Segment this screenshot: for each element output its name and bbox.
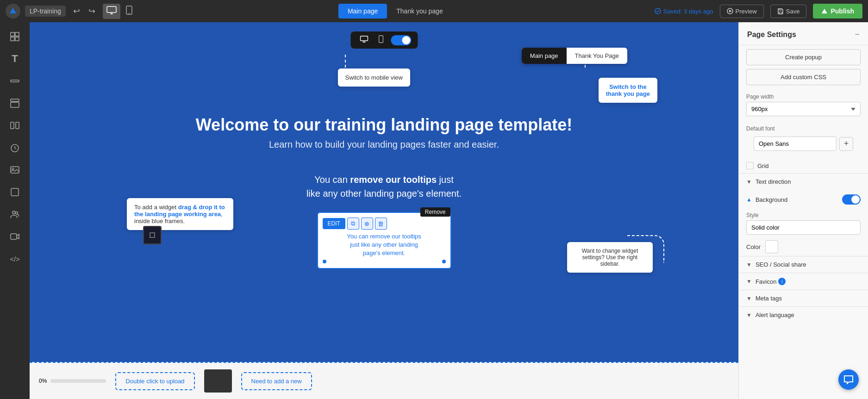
sidebar-item-video[interactable] <box>5 227 25 246</box>
sidebar-item-image[interactable] <box>5 160 25 180</box>
alert-language-section[interactable]: ▼ Alert language <box>739 306 868 323</box>
widget-copy-button[interactable]: ⧉ <box>347 218 359 230</box>
color-label: Color <box>746 243 761 250</box>
svg-rect-15 <box>15 37 19 41</box>
svg-marker-11 <box>822 9 827 13</box>
svg-rect-34 <box>150 233 155 237</box>
meta-tags-title: Meta tags <box>756 295 782 302</box>
mobile-arrow-line <box>345 55 346 68</box>
sidebar-item-box[interactable] <box>5 182 25 202</box>
grid-label: Grid <box>757 162 769 169</box>
favicon-section[interactable]: ▼ Favicon i <box>739 273 868 290</box>
background-section-header[interactable]: ▲ Background <box>739 190 868 209</box>
add-new-box[interactable]: Need to add a new <box>241 372 312 390</box>
progress-bar <box>50 379 106 383</box>
sidebar-item-text[interactable]: T <box>5 49 25 69</box>
handle-left[interactable] <box>323 260 326 263</box>
color-swatch[interactable] <box>765 240 778 253</box>
svg-rect-16 <box>11 80 19 82</box>
svg-rect-10 <box>779 9 781 10</box>
text-direction-section[interactable]: ▼ Text direction <box>739 173 868 190</box>
add-custom-css-button[interactable]: Add custom CSS <box>746 69 861 85</box>
canvas-heading-area: Welcome to our training landing page tem… <box>30 115 738 150</box>
svg-rect-26 <box>11 188 19 196</box>
tab-thank-you-page[interactable]: Thank you page <box>387 4 452 19</box>
create-popup-button[interactable]: Create popup <box>746 49 861 65</box>
favicon-chevron-icon: ▼ <box>746 278 752 285</box>
text-direction-title: Text direction <box>756 178 791 185</box>
mobile-view-tooltip: Switch to mobile view <box>338 69 410 87</box>
desktop-view-button[interactable] <box>103 4 120 19</box>
main-layout: T </> <box>0 22 868 399</box>
meta-tags-section[interactable]: ▼ Meta tags <box>739 290 868 306</box>
widget-content-text: You can remove our tooltipsjust like any… <box>323 232 446 258</box>
sidebar-item-layout[interactable] <box>5 94 25 113</box>
progress-section: 0% <box>39 378 106 384</box>
small-widget-placeholder[interactable] <box>143 226 162 244</box>
svg-rect-30 <box>360 36 368 41</box>
right-panel-close-button[interactable]: − <box>855 30 860 39</box>
tab-main-page[interactable]: Main page <box>338 4 387 19</box>
sidebar-item-code[interactable]: </> <box>5 249 25 268</box>
undo-button[interactable]: ↩ <box>70 4 83 18</box>
widget-handles <box>323 260 446 263</box>
handle-right[interactable] <box>442 260 446 263</box>
preview-button[interactable]: Preview <box>720 5 764 18</box>
widget-toolbar: EDIT ⧉ ⊕ 🗑 <box>323 218 446 230</box>
page-width-select[interactable]: 960px 1200px 1440px Full width <box>746 102 861 116</box>
favicon-info-icon[interactable]: i <box>778 278 786 285</box>
seo-section[interactable]: ▼ SEO / Social share <box>739 256 868 273</box>
save-button[interactable]: Save <box>770 5 807 18</box>
svg-rect-33 <box>379 36 383 43</box>
svg-line-23 <box>15 148 16 149</box>
sidebar-item-grid[interactable] <box>5 27 25 46</box>
background-toggle-container <box>842 194 861 205</box>
ps-thankyou-tab[interactable]: Thank You Page <box>567 48 627 64</box>
curved-arrow <box>627 235 664 263</box>
right-panel-header: Page Settings − <box>739 22 868 45</box>
svg-rect-24 <box>11 167 19 173</box>
background-toggle[interactable] <box>842 194 861 205</box>
svg-rect-29 <box>11 234 17 239</box>
left-sidebar: T </> <box>0 22 30 399</box>
canvas-mobile-icon[interactable] <box>375 34 386 46</box>
undo-redo-group: ↩ ↪ <box>70 4 98 18</box>
publish-button[interactable]: Publish <box>813 4 862 19</box>
grid-checkbox[interactable] <box>746 162 754 169</box>
alert-language-title: Alert language <box>756 312 794 318</box>
style-select[interactable]: Solid color Gradient Image <box>746 220 861 235</box>
add-font-button[interactable]: + <box>839 137 853 151</box>
widget-move-button[interactable]: ⊕ <box>361 218 373 230</box>
upload-box[interactable]: Double click to upload <box>115 372 194 390</box>
progress-value: 0% <box>39 378 47 384</box>
font-row: Open Sans Roboto Lato + <box>746 134 861 154</box>
svg-rect-20 <box>16 122 19 129</box>
redo-button[interactable]: ↪ <box>86 4 98 18</box>
saved-text: Saved: 3 days ago <box>663 8 713 15</box>
sidebar-item-columns[interactable] <box>5 116 25 135</box>
svg-rect-18 <box>11 102 19 107</box>
default-font-label: Default font <box>746 125 861 132</box>
svg-point-27 <box>12 211 15 214</box>
canvas-view-toggle-switch[interactable] <box>391 35 411 45</box>
page-tabs: Main page Thank you page <box>141 4 650 19</box>
svg-point-28 <box>16 212 18 214</box>
sidebar-item-timer[interactable] <box>5 138 25 157</box>
widget-delete-button[interactable]: 🗑 <box>375 218 387 230</box>
sidebar-item-users[interactable] <box>5 205 25 224</box>
style-group: Style Solid color Gradient Image <box>739 209 868 237</box>
chat-bubble[interactable] <box>838 369 859 390</box>
svg-marker-0 <box>10 8 16 13</box>
right-panel-title: Page Settings <box>747 31 796 39</box>
edit-button[interactable]: EDIT <box>323 218 345 229</box>
default-font-select[interactable]: Open Sans Roboto Lato <box>754 137 837 151</box>
sidebar-item-divider[interactable] <box>5 71 25 91</box>
project-name[interactable]: LP-training <box>25 6 66 17</box>
remove-badge[interactable]: Remove <box>420 207 450 217</box>
ps-main-tab[interactable]: Main page <box>522 48 567 64</box>
svg-rect-13 <box>15 32 19 36</box>
canvas-desktop-icon[interactable] <box>357 34 371 46</box>
mobile-view-button[interactable] <box>122 4 136 19</box>
meta-tags-chevron-icon: ▼ <box>746 295 752 302</box>
page-width-group: Page width 960px 1200px 1440px Full widt… <box>739 89 868 121</box>
